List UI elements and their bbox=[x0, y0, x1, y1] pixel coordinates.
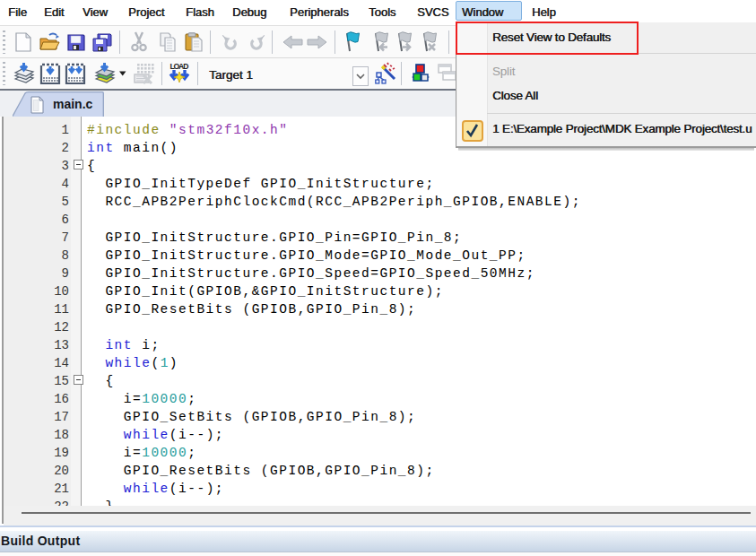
svg-text:LOAD: LOAD bbox=[169, 62, 188, 71]
